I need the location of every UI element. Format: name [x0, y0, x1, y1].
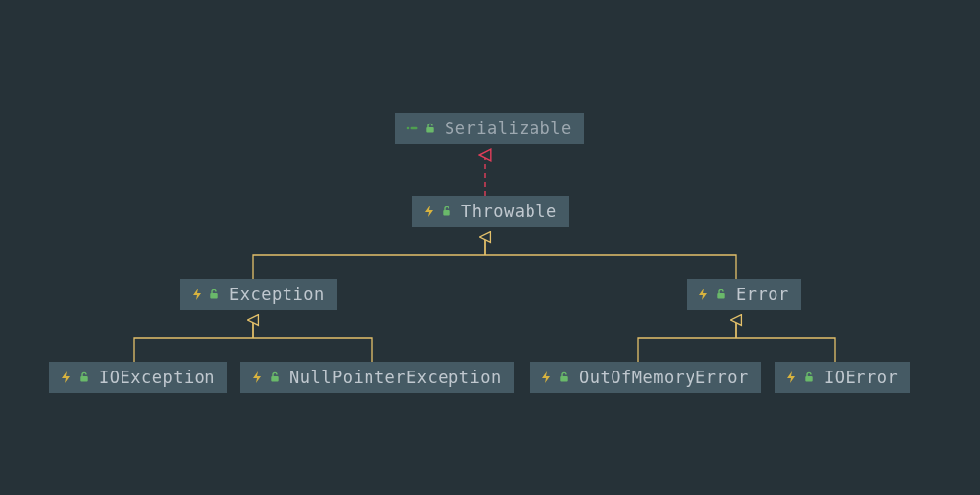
- node-error[interactable]: Error: [687, 279, 801, 310]
- svg-rect-7: [271, 376, 278, 381]
- edge-exception-throwable: [253, 238, 736, 279]
- node-label: IOException: [99, 368, 215, 387]
- class-icon: [190, 288, 204, 301]
- edge-layer: [0, 0, 980, 495]
- svg-point-0: [407, 127, 410, 130]
- node-label: Error: [736, 285, 789, 304]
- lock-open-icon: [557, 371, 571, 384]
- node-ioerror[interactable]: IOError: [775, 362, 910, 393]
- node-outofmemoryerror[interactable]: OutOfMemoryError: [530, 362, 761, 393]
- node-label: NullPointerException: [289, 368, 502, 387]
- node-nullpointerexception[interactable]: NullPointerException: [240, 362, 514, 393]
- lock-open-icon: [714, 288, 728, 301]
- node-label: IOError: [824, 368, 898, 387]
- node-throwable[interactable]: Throwable: [412, 196, 569, 227]
- node-label: OutOfMemoryError: [579, 368, 749, 387]
- node-label: Exception: [229, 285, 325, 304]
- lock-open-icon: [207, 288, 221, 301]
- class-icon: [696, 288, 710, 301]
- lock-open-icon: [423, 122, 437, 135]
- svg-rect-6: [80, 376, 87, 381]
- node-ioexception[interactable]: IOException: [49, 362, 227, 393]
- lock-open-icon: [440, 205, 453, 218]
- svg-rect-8: [560, 376, 567, 381]
- class-icon: [250, 371, 264, 384]
- lock-open-icon: [802, 371, 816, 384]
- svg-rect-3: [443, 210, 449, 215]
- svg-rect-2: [426, 127, 433, 132]
- node-label: Serializable: [445, 119, 572, 138]
- hierarchy-diagram: Serializable Throwable Exception: [0, 0, 980, 495]
- class-icon: [784, 371, 798, 384]
- class-icon: [539, 371, 553, 384]
- svg-rect-4: [210, 293, 217, 298]
- edge-children-exception: [134, 321, 372, 362]
- lock-open-icon: [77, 371, 91, 384]
- svg-rect-1: [411, 127, 418, 130]
- interface-icon: [405, 122, 419, 135]
- node-label: Throwable: [461, 202, 557, 221]
- class-icon: [59, 371, 73, 384]
- node-serializable[interactable]: Serializable: [395, 113, 584, 144]
- lock-open-icon: [268, 371, 282, 384]
- node-exception[interactable]: Exception: [180, 279, 337, 310]
- svg-rect-5: [717, 293, 724, 298]
- svg-rect-9: [805, 376, 812, 381]
- class-icon: [422, 205, 436, 218]
- edge-children-error: [638, 321, 835, 362]
